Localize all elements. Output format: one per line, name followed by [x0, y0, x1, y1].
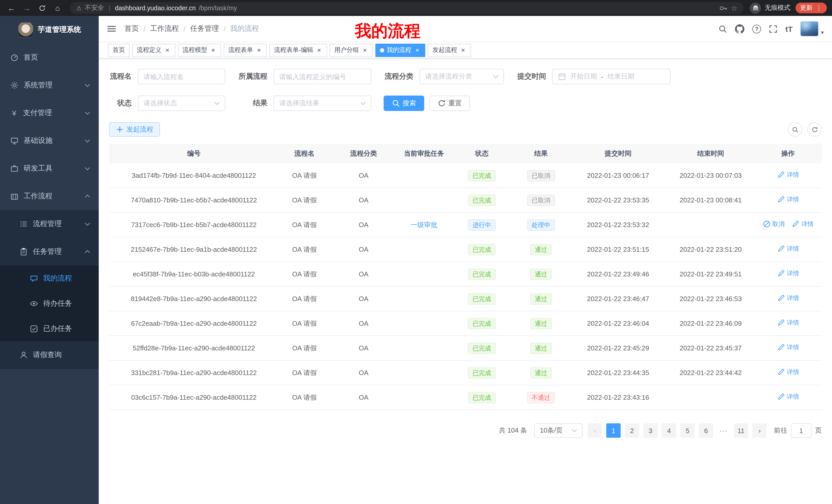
page-button-1[interactable]: 1 [606, 423, 621, 438]
reset-button[interactable]: 重置 [430, 95, 470, 111]
sidebar-item-task-management[interactable]: 任务管理 [0, 238, 99, 265]
sidebar-item-done-tasks[interactable]: 已办任务 [0, 316, 99, 341]
tab-my-process[interactable]: 我的流程 × [375, 44, 425, 57]
page-button-3[interactable]: 3 [643, 423, 658, 438]
user-menu[interactable]: ▾ [800, 21, 824, 36]
breadcrumb-task-management[interactable]: 任务管理 [190, 24, 219, 33]
plus-icon [116, 125, 124, 134]
refresh-button[interactable] [807, 122, 822, 137]
sidebar-item-label: 首页 [24, 53, 38, 62]
cancel-action[interactable]: 取消 [762, 220, 784, 229]
tab-start-process[interactable]: 发起流程 × [428, 44, 471, 57]
bookmark-star-icon[interactable]: ☆ [731, 4, 737, 12]
fullscreen-icon[interactable] [769, 24, 778, 33]
tab-process-form-edit[interactable]: 流程表单-编辑 × [269, 44, 327, 57]
detail-action[interactable]: 详情 [777, 294, 799, 303]
home-button[interactable]: ⌂ [51, 2, 64, 14]
tab-process-model[interactable]: 流程模型 × [178, 44, 221, 57]
search-icon [392, 99, 400, 107]
edit-icon [777, 270, 785, 278]
reload-button[interactable] [36, 2, 48, 14]
close-icon[interactable]: × [414, 47, 421, 53]
edit-icon [777, 319, 785, 327]
current-task-link[interactable]: 一级审批 [411, 221, 437, 228]
address-bar[interactable]: ⚠ 不安全 | dashboard.yudao.iocoder.cn/bpm/t… [70, 2, 744, 14]
forward-button[interactable]: → [21, 2, 33, 14]
breadcrumb-home[interactable]: 首页 [125, 24, 139, 33]
sidebar-item-dev-tools[interactable]: 研发工具 [0, 155, 99, 183]
breadcrumb-separator: / [184, 25, 186, 33]
browser-menu-icon[interactable]: ⋮ [815, 4, 822, 12]
sidebar-item-home[interactable]: 首页 [0, 44, 99, 72]
cell-end-time: 2022-01-22 23:49:51 [667, 270, 754, 278]
back-button[interactable]: ← [5, 2, 18, 14]
incognito-label: 无痕模式 [765, 4, 790, 12]
process-definition-input[interactable] [274, 69, 371, 84]
sidebar-item-infrastructure[interactable]: 基础设施 [0, 127, 99, 155]
close-icon[interactable]: × [316, 47, 322, 53]
help-icon[interactable]: ? [753, 24, 761, 33]
sidebar-toggle[interactable] [107, 25, 116, 33]
tab-home[interactable]: 首页 [108, 44, 130, 57]
close-icon[interactable]: × [460, 47, 466, 53]
sidebar-item-process-management[interactable]: 流程管理 [0, 210, 99, 238]
next-page-button[interactable]: › [752, 423, 767, 438]
update-button[interactable]: 更新 ⋮ [796, 3, 827, 13]
detail-action[interactable]: 详情 [777, 269, 799, 278]
detail-action[interactable]: 详情 [777, 393, 799, 401]
detail-action[interactable]: 详情 [777, 318, 799, 327]
cell-status: 已完成 [451, 342, 513, 354]
tab-process-form[interactable]: 流程表单 × [224, 44, 267, 57]
status-badge: 已完成 [468, 293, 496, 304]
more-pages[interactable]: ··· [717, 427, 730, 435]
goto-page-input[interactable] [791, 423, 811, 438]
detail-action[interactable]: 详情 [777, 195, 799, 204]
close-icon[interactable]: × [164, 47, 171, 53]
chevron-up-icon [83, 192, 92, 200]
status-select[interactable]: 请选择状态 [138, 95, 225, 111]
detail-action[interactable]: 详情 [777, 171, 799, 179]
font-size-icon[interactable]: tT [785, 24, 793, 33]
incognito-badge: 无痕模式 [750, 2, 790, 13]
page-button-5[interactable]: 5 [680, 423, 695, 438]
tab-user-group[interactable]: 用户分组 × [330, 44, 373, 57]
create-process-button[interactable]: 发起流程 [109, 122, 160, 137]
detail-action[interactable]: 详情 [777, 368, 799, 376]
briefcase-icon [10, 192, 19, 200]
search-icon[interactable] [719, 24, 727, 33]
page-button-2[interactable]: 2 [625, 423, 639, 438]
status-label: 状态 [109, 99, 132, 108]
page-size-select[interactable]: 10条/页 [534, 423, 582, 438]
breadcrumb-workflow[interactable]: 工作流程 [150, 24, 179, 33]
sidebar-item-my-process[interactable]: 我的流程 [0, 265, 99, 291]
avatar[interactable] [800, 21, 819, 36]
tab-process-definition[interactable]: 流程定义 × [132, 44, 175, 57]
page-button-11[interactable]: 11 [734, 423, 748, 438]
sidebar-item-payment-management[interactable]: ¥ 支付管理 [0, 99, 99, 127]
detail-action[interactable]: 详情 [791, 220, 814, 229]
result-select[interactable]: 请选择流结果 [274, 95, 371, 111]
detail-action[interactable]: 详情 [777, 343, 799, 352]
cell-status: 已完成 [451, 244, 513, 255]
detail-action[interactable]: 详情 [777, 245, 799, 253]
sidebar-item-workflow[interactable]: 工作流程 [0, 183, 99, 210]
sidebar-item-system-management[interactable]: 系统管理 [0, 72, 99, 99]
prev-page-button[interactable]: ‹ [588, 423, 602, 438]
process-name-input[interactable] [138, 69, 225, 84]
password-key-icon[interactable] [720, 4, 728, 12]
close-icon[interactable]: × [210, 47, 216, 53]
github-icon[interactable] [735, 24, 745, 34]
result-badge: 通过 [530, 318, 552, 329]
toggle-search-button[interactable] [788, 122, 802, 137]
process-definition-label: 所属流程 [238, 72, 267, 81]
close-icon[interactable]: × [256, 47, 262, 53]
submit-time-range[interactable]: 开始日期 - 结束日期 [552, 69, 671, 84]
sidebar-item-leave-query[interactable]: 请假查询 [0, 341, 99, 369]
search-button[interactable]: 搜索 [384, 95, 424, 111]
page-button-6[interactable]: 6 [699, 423, 713, 438]
page-button-4[interactable]: 4 [662, 423, 676, 438]
category-select[interactable]: 请选择流程分类 [420, 69, 504, 84]
cell-category: OA [330, 295, 397, 303]
sidebar-item-todo-tasks[interactable]: 待办任务 [0, 291, 99, 316]
close-icon[interactable]: × [362, 47, 368, 53]
